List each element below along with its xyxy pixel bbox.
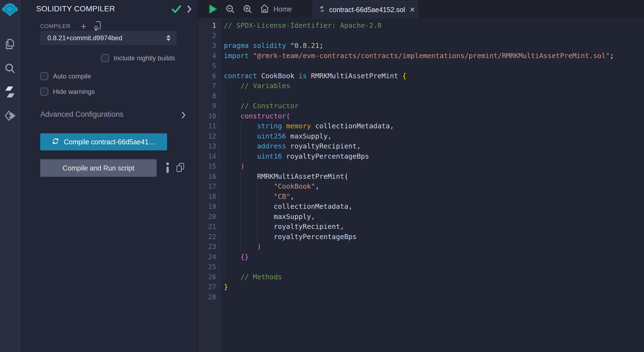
- line-number[interactable]: 3: [198, 41, 221, 51]
- code-line[interactable]: 9 // Constructor: [198, 101, 644, 111]
- indent-guide: [224, 222, 224, 232]
- file-explorer-icon[interactable]: [0, 38, 20, 50]
- line-number[interactable]: 11: [198, 121, 221, 131]
- code-line[interactable]: 16 RMRKMultiAssetPreMint(: [198, 172, 644, 182]
- compile-button-label: Compile contract-66d5ae41…: [64, 138, 155, 146]
- line-number[interactable]: 20: [198, 212, 221, 222]
- code-line[interactable]: 19 collectionMetadata,: [198, 202, 644, 212]
- compiler-version-select[interactable]: 0.8.21+commit.d9974bed: [40, 31, 177, 45]
- code-text: [221, 91, 644, 101]
- code-lines[interactable]: 1// SPDX-License-Identifier: Apache-2.02…: [198, 21, 644, 302]
- indent-guide: [257, 212, 257, 222]
- auto-compile-checkbox[interactable]: [40, 72, 48, 80]
- code-line[interactable]: 11 string memory collectionMetadata,: [198, 121, 644, 131]
- code-text: constructor(: [221, 111, 644, 121]
- collapse-panel-icon[interactable]: [187, 5, 192, 14]
- code-line[interactable]: 17 "CookBook",: [198, 182, 644, 192]
- advanced-chevron-icon[interactable]: [181, 111, 186, 120]
- line-number[interactable]: 17: [198, 182, 221, 192]
- indent-guide: [224, 182, 224, 192]
- copy-icon[interactable]: [176, 163, 184, 174]
- compile-and-run-button[interactable]: Compile and Run script: [40, 159, 157, 177]
- search-icon[interactable]: [0, 62, 20, 74]
- line-number[interactable]: 9: [198, 101, 221, 111]
- code-line[interactable]: 26 // Methods: [198, 272, 644, 282]
- code-line[interactable]: 5: [198, 61, 644, 71]
- line-number[interactable]: 25: [198, 262, 221, 272]
- line-number[interactable]: 2: [198, 31, 221, 41]
- hide-warnings-checkbox[interactable]: [40, 88, 48, 96]
- advanced-configurations-toggle[interactable]: Advanced Configurations: [40, 110, 124, 119]
- script-config-icon[interactable]: [93, 21, 102, 31]
- code-editor[interactable]: 1// SPDX-License-Identifier: Apache-2.02…: [198, 18, 644, 352]
- code-line[interactable]: 13 address royaltyRecipient,: [198, 141, 644, 151]
- line-number[interactable]: 21: [198, 222, 221, 232]
- auto-compile-checkbox-row[interactable]: Auto compile: [40, 72, 91, 80]
- code-line[interactable]: 1// SPDX-License-Identifier: Apache-2.0: [198, 21, 644, 31]
- indent-guide: [240, 151, 241, 162]
- line-number[interactable]: 14: [198, 151, 221, 162]
- line-number[interactable]: 12: [198, 131, 221, 142]
- line-number[interactable]: 19: [198, 202, 221, 212]
- code-line[interactable]: 27}: [198, 282, 644, 292]
- code-text: "CB",: [221, 192, 644, 202]
- code-line[interactable]: 14 uint16 royaltyPercentageBps: [198, 151, 644, 162]
- line-number[interactable]: 26: [198, 272, 221, 282]
- remix-logo-icon[interactable]: [2, 2, 18, 18]
- solidity-compiler-icon[interactable]: [0, 86, 20, 98]
- line-number[interactable]: 8: [198, 91, 221, 101]
- code-text: royaltyRecipient,: [221, 222, 644, 232]
- info-icon[interactable]: [164, 162, 171, 174]
- line-number[interactable]: 10: [198, 111, 221, 121]
- line-number[interactable]: 28: [198, 292, 221, 302]
- hide-warnings-checkbox-row[interactable]: Hide warnings: [40, 88, 95, 96]
- code-line[interactable]: 20 maxSupply,: [198, 212, 644, 222]
- code-line[interactable]: 21 royaltyRecipient,: [198, 222, 644, 232]
- code-line[interactable]: 24 {}: [198, 252, 644, 262]
- code-line[interactable]: 10 constructor(: [198, 111, 644, 121]
- home-tab[interactable]: Home: [260, 0, 292, 18]
- code-text: royaltyPercentageBps: [221, 232, 644, 242]
- tab-filename: contract-66d5ae4152.sol: [329, 6, 405, 14]
- line-number[interactable]: 18: [198, 192, 221, 202]
- line-number[interactable]: 16: [198, 172, 221, 182]
- code-text: [221, 292, 644, 302]
- code-line[interactable]: 4import "@rmrk-team/evm-contracts/contra…: [198, 51, 644, 61]
- code-line[interactable]: 22 royaltyPercentageBps: [198, 232, 644, 242]
- close-tab-icon[interactable]: ✕: [409, 6, 415, 13]
- code-line[interactable]: 3pragma solidity ^0.8.21;: [198, 41, 644, 51]
- add-compiler-icon[interactable]: +: [81, 23, 86, 29]
- code-line[interactable]: 12 uint256 maxSupply,: [198, 131, 644, 142]
- line-number[interactable]: 24: [198, 252, 221, 262]
- play-icon[interactable]: [208, 0, 218, 18]
- code-line[interactable]: 8: [198, 91, 644, 101]
- nightly-builds-checkbox[interactable]: [101, 54, 109, 62]
- nightly-builds-checkbox-row[interactable]: Include nightly builds: [101, 54, 175, 62]
- line-number[interactable]: 6: [198, 71, 221, 81]
- line-number[interactable]: 27: [198, 282, 221, 292]
- compile-button[interactable]: Compile contract-66d5ae41…: [40, 133, 167, 150]
- indent-guide: [224, 81, 224, 91]
- zoom-in-icon[interactable]: [243, 0, 253, 18]
- code-line[interactable]: 18 "CB",: [198, 192, 644, 202]
- code-line[interactable]: 25: [198, 262, 644, 272]
- code-line[interactable]: 28: [198, 292, 644, 302]
- code-line[interactable]: 23 ): [198, 242, 644, 252]
- zoom-out-icon[interactable]: [225, 0, 235, 18]
- deploy-run-icon[interactable]: [0, 110, 20, 122]
- line-number[interactable]: 4: [198, 51, 221, 61]
- code-line[interactable]: 15 ): [198, 161, 644, 172]
- line-number[interactable]: 1: [198, 21, 221, 31]
- line-number[interactable]: 22: [198, 232, 221, 242]
- code-line[interactable]: 6contract CookBook is RMRKMultiAssetPreM…: [198, 71, 644, 81]
- line-number[interactable]: 15: [198, 161, 221, 172]
- code-line[interactable]: 2: [198, 31, 644, 41]
- line-number[interactable]: 7: [198, 81, 221, 91]
- line-number[interactable]: 13: [198, 141, 221, 151]
- code-line[interactable]: 7 // Variables: [198, 81, 644, 91]
- file-tab[interactable]: contract-66d5ae4152.sol ✕: [313, 1, 418, 18]
- line-number[interactable]: 5: [198, 61, 221, 71]
- indent-guide: [224, 272, 224, 282]
- line-number[interactable]: 23: [198, 242, 221, 252]
- indent-guide: [224, 172, 224, 182]
